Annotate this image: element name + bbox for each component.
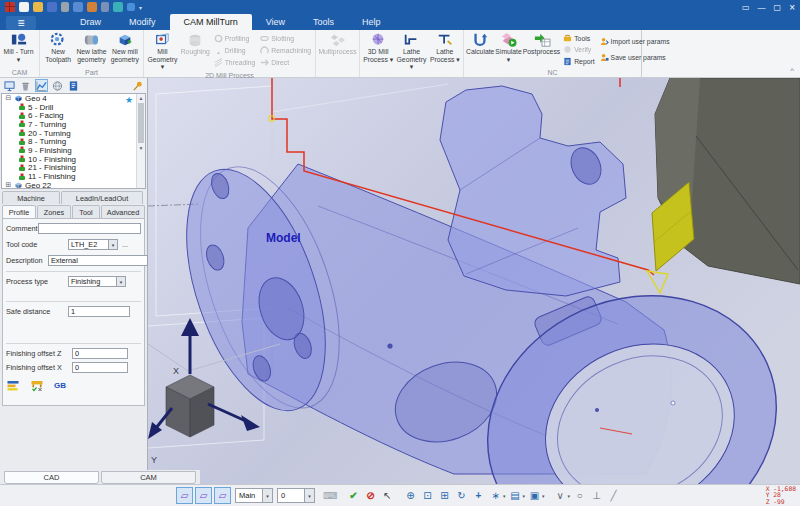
- direct-button[interactable]: Direct: [260, 58, 311, 67]
- nc-tools-button[interactable]: Tools: [563, 34, 594, 43]
- lathe-process-button[interactable]: Lathe Process ▾: [429, 31, 461, 71]
- circle-snap-icon[interactable]: ○: [572, 490, 587, 501]
- tab-advanced[interactable]: Advanced: [101, 205, 145, 218]
- print-icon[interactable]: [61, 2, 69, 12]
- description-input[interactable]: [48, 255, 148, 266]
- workplane-3-button[interactable]: ▱: [214, 487, 231, 504]
- report-view-icon[interactable]: [67, 79, 80, 92]
- tab-tools[interactable]: Tools: [299, 14, 348, 30]
- iso-view-icon[interactable]: ∗: [488, 490, 503, 501]
- tab-cad[interactable]: CAD: [4, 471, 99, 484]
- viewport-canvas[interactable]: X Y Model: [148, 78, 800, 484]
- multiprocess-button[interactable]: Multiprocess: [318, 31, 357, 68]
- perpendicular-snap-icon[interactable]: ⊥: [589, 490, 604, 501]
- expand-icon[interactable]: ⊞: [5, 181, 12, 189]
- safe-distance-input[interactable]: [68, 306, 130, 317]
- tool-code-more-button[interactable]: ...: [120, 240, 130, 249]
- tab-cam[interactable]: CAM: [101, 471, 196, 484]
- tab-profile[interactable]: Profile: [2, 205, 36, 218]
- mill-turn-button[interactable]: Mill - Turn ▾: [2, 31, 35, 68]
- layers-icon[interactable]: ▤: [508, 490, 523, 501]
- maximize-button[interactable]: ▢: [774, 3, 782, 12]
- tree-op-20-turning[interactable]: 20 - Turning: [2, 129, 145, 138]
- 3d-mill-process-button[interactable]: 3D Mill Process ▾: [362, 31, 394, 71]
- rotate-view-icon[interactable]: ↻: [454, 490, 469, 501]
- zoom-fit-icon[interactable]: ⊞: [437, 490, 452, 501]
- calculate-button[interactable]: Calculate: [466, 31, 494, 68]
- stop-icon[interactable]: ⊘: [363, 490, 378, 501]
- tool-code-select[interactable]: LTH_E2▾: [68, 239, 118, 250]
- threading-button[interactable]: Threading: [214, 58, 256, 67]
- tree-node-geo22[interactable]: ⊞ Geo 22: [2, 181, 145, 189]
- tab-machine[interactable]: Machine: [2, 191, 60, 204]
- finishing-offset-x-input[interactable]: [72, 362, 128, 373]
- tree-op-5-drill[interactable]: 5 - Drill: [2, 103, 145, 112]
- workplane-2-button[interactable]: ▱: [195, 487, 212, 504]
- new-toolpath-button[interactable]: New Toolpath: [42, 31, 74, 68]
- zoom-window-icon[interactable]: ⊡: [420, 490, 435, 501]
- tab-tool[interactable]: Tool: [72, 205, 100, 218]
- quick-access-more-icon[interactable]: ▾: [139, 4, 142, 11]
- chevron-down-icon[interactable]: ▾: [304, 489, 314, 502]
- select-cursor-icon[interactable]: ↖: [380, 490, 395, 501]
- chevron-down-icon[interactable]: ▾: [116, 277, 125, 286]
- zero-point-select[interactable]: 0▾: [277, 488, 315, 503]
- chevron-down-icon[interactable]: ▾: [542, 493, 545, 499]
- tree-scrollbar[interactable]: ▲ ▼: [136, 94, 145, 188]
- machine-preview-icon[interactable]: [30, 379, 44, 392]
- postprocess-button[interactable]: Postprocess: [523, 31, 560, 68]
- tree-op-11-finishing[interactable]: 11 - Finishing: [2, 172, 145, 181]
- chevron-down-icon[interactable]: ▾: [108, 240, 117, 249]
- zoom-in-icon[interactable]: ⊕: [403, 490, 418, 501]
- tree-op-9-finishing[interactable]: 9 - Finishing: [2, 146, 145, 155]
- scroll-up-icon[interactable]: ▲: [139, 95, 144, 101]
- confirm-icon[interactable]: ✔: [346, 490, 361, 501]
- keyboard-entry-icon[interactable]: ⌨: [323, 490, 338, 501]
- graphics-viewport[interactable]: X Y Model: [148, 78, 800, 484]
- tab-draw[interactable]: Draw: [66, 14, 115, 30]
- tree-node-geo4[interactable]: ⊟ Geo 4: [2, 94, 145, 103]
- pan-view-icon[interactable]: +: [471, 490, 486, 501]
- settings-icon[interactable]: [101, 2, 109, 12]
- lathe-geometry-button[interactable]: Lathe Geometry ▾: [395, 31, 427, 71]
- tree-op-21-finishing[interactable]: 21 - Finishing: [2, 164, 145, 173]
- nc-verify-button[interactable]: Verify: [563, 45, 594, 54]
- mill-geometry-button[interactable]: Mill Geometry ▾: [146, 31, 179, 71]
- comment-input[interactable]: [38, 223, 141, 234]
- close-button[interactable]: ×: [789, 2, 795, 13]
- tree-op-10-finishing[interactable]: 10 - Finishing: [2, 155, 145, 164]
- open-file-icon[interactable]: [33, 2, 43, 12]
- copy-view-icon[interactable]: ▣: [527, 490, 542, 501]
- workplane-1-button[interactable]: ▱: [176, 487, 193, 504]
- tree-op-7-turning[interactable]: 7 - Turning: [2, 120, 145, 129]
- chevron-down-icon[interactable]: ▾: [503, 493, 506, 499]
- toolpath-manager-icon[interactable]: [35, 79, 48, 92]
- finishing-offset-z-input[interactable]: [72, 348, 128, 359]
- simulate-button[interactable]: Simulate ▾: [495, 31, 521, 68]
- pin-panel-icon[interactable]: [131, 79, 144, 92]
- show-on-screen-icon[interactable]: [3, 79, 16, 92]
- delete-icon[interactable]: [19, 79, 32, 92]
- file-menu-icon[interactable]: ≡: [6, 16, 36, 30]
- line-snap-icon[interactable]: ╱: [606, 490, 621, 501]
- new-mill-geometry-button[interactable]: New mill geometry: [109, 31, 141, 68]
- scroll-thumb[interactable]: [138, 103, 144, 143]
- nc-report-button[interactable]: Report: [563, 57, 594, 66]
- chevron-down-icon[interactable]: ▾: [568, 493, 571, 499]
- tab-view[interactable]: View: [252, 14, 299, 30]
- save-icon[interactable]: [47, 2, 57, 12]
- view-orientation-icon[interactable]: ∨: [553, 490, 568, 501]
- ribbon-display-icon[interactable]: ▭: [742, 3, 750, 12]
- toolpath-colors-icon[interactable]: [6, 379, 20, 392]
- roughing-button[interactable]: Roughing: [180, 31, 211, 71]
- profiling-button[interactable]: Profiling: [214, 34, 256, 43]
- chevron-down-icon[interactable]: ▾: [262, 489, 272, 502]
- import-user-params-button[interactable]: Import user params: [600, 37, 670, 46]
- tab-zones[interactable]: Zones: [37, 205, 71, 218]
- slotting-button[interactable]: Slotting: [260, 34, 311, 43]
- machine-setup-icon[interactable]: [51, 79, 64, 92]
- redo-icon[interactable]: [87, 2, 97, 12]
- scroll-down-icon[interactable]: ▼: [139, 145, 144, 151]
- undo-icon[interactable]: [73, 2, 83, 12]
- remachining-button[interactable]: Remachining: [260, 46, 311, 55]
